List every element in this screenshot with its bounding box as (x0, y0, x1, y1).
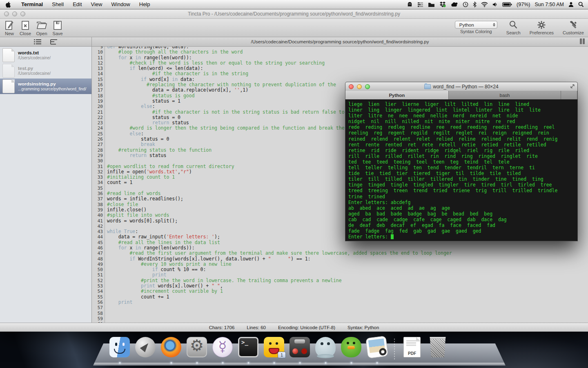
resize-icon[interactable] (570, 84, 575, 89)
dock-item-finder[interactable] (109, 337, 130, 357)
terminal-line: liner ling linger lingered lint lintel l… (348, 107, 575, 113)
dock-badge: 1 (278, 352, 286, 358)
tab-stub[interactable] (561, 91, 577, 99)
dock-item-yahoo-messenger[interactable]: 1 (264, 337, 284, 357)
preview-icon (365, 336, 388, 359)
save-button[interactable]: Save (52, 20, 63, 36)
syntax-coloring-select[interactable]: Python (455, 21, 497, 29)
code-line-53: 53 print words[x].lower() + " ", (92, 283, 588, 289)
terminal-line: tell teller telling ten tend tender tend… (348, 165, 575, 171)
cloud-icon[interactable] (450, 2, 458, 7)
line-number: 35 (92, 186, 105, 191)
line-number: 37 (92, 196, 105, 202)
dock-item-binoculars[interactable] (290, 337, 310, 357)
new-button[interactable]: New (4, 20, 15, 36)
menu-edit[interactable]: Edit (68, 1, 86, 7)
list-view-icon[interactable] (34, 39, 41, 45)
terminal-icon (238, 337, 258, 357)
cyberduck-icon (341, 337, 361, 357)
apple-menu-icon[interactable] (5, 1, 11, 8)
sidebar-file-words.txt[interactable]: words.txt/Users/codecaine/ (0, 47, 91, 63)
terminal-line: ted tee teed teeing teel teen teg teind … (348, 159, 575, 165)
dock-item-cyberduck[interactable] (341, 337, 361, 357)
preferences-button[interactable]: Preferences (530, 20, 554, 35)
line-number: 43 (92, 229, 105, 234)
running-indicator (170, 362, 172, 364)
battery-icon[interactable] (502, 2, 512, 7)
line-number: 47 (92, 251, 105, 256)
bluetooth-icon[interactable] (473, 2, 477, 7)
code-line-14: 14 #if the character is in the string (92, 71, 588, 76)
menu-window[interactable]: Window (107, 1, 135, 7)
line-number: 57 (92, 305, 105, 310)
sidebar-header (0, 37, 92, 46)
wifi-icon[interactable] (481, 2, 488, 7)
sidebar-file-test.py[interactable]: test.py/Users/codecaine/ (0, 63, 91, 79)
line-number: 48 (92, 256, 105, 262)
menu-terminal[interactable]: Terminal (17, 1, 47, 7)
file-sidebar: words.txt/Users/codecaine/test.py/Users/… (0, 47, 92, 323)
folder-menu-icon[interactable] (428, 2, 435, 7)
customize-button[interactable]: Customize (563, 20, 584, 35)
line-number: 24 (92, 126, 105, 131)
dock-item-trash[interactable] (428, 337, 448, 357)
dock-item-system-preferences[interactable] (187, 337, 207, 357)
proxy-folder-icon[interactable] (424, 84, 431, 89)
panes-toggle-icon[interactable] (580, 38, 585, 44)
dock-item-launchpad[interactable] (135, 337, 156, 357)
menu-items: TerminalShellEditViewWindowHelp (17, 0, 155, 9)
tincta-titlebar[interactable]: Tincta Pro - /Users/codecaine/Documents/… (0, 9, 588, 19)
search-button[interactable]: Search (506, 20, 521, 35)
time-machine-icon[interactable] (463, 2, 468, 7)
tab-bash[interactable]: bash (449, 91, 561, 99)
dock-item-preview[interactable] (367, 337, 387, 357)
code-line-13: 13 if len(word) <= len(data): (92, 66, 588, 71)
line-number: 36 (92, 191, 105, 196)
dock-item-octopus[interactable] (315, 337, 336, 357)
code-line-51: 51 print (92, 272, 588, 278)
running-indicator (222, 362, 224, 364)
file-name: test.py (18, 66, 51, 71)
line-number: 38 (92, 202, 105, 207)
close-button[interactable]: Close (20, 20, 31, 36)
spotlight-icon[interactable] (578, 2, 584, 7)
menu-view[interactable]: View (87, 1, 107, 7)
terminal-titlebar[interactable]: word_find — Python — 80×24 (345, 82, 578, 91)
line-number: 13 (92, 66, 105, 71)
line-number: 10 (92, 49, 105, 55)
line-number: 58 (92, 311, 105, 316)
terminal-cursor (391, 234, 394, 239)
line-number: 17 (92, 88, 105, 93)
ghost-app-icon[interactable] (407, 2, 413, 8)
open-button[interactable]: Open (36, 20, 47, 36)
dock-item-pdf-document[interactable]: PDF (402, 337, 422, 357)
status-item: Lines: 60 (247, 325, 266, 330)
binoculars-icon (290, 337, 310, 357)
gear-icon (537, 20, 546, 30)
code-line-52: 52 #print the the word in lowercase. The… (92, 278, 588, 283)
sidebar-file-wordsinstring.py[interactable]: wordsinstring.py...gramming source/pytho… (0, 79, 91, 94)
dock-item-terminal[interactable] (238, 337, 258, 357)
terminal-screen[interactable]: liege lien lier lierne liger lilt lilted… (345, 99, 578, 241)
line-number: 41 (92, 218, 105, 224)
system-preferences-icon (187, 337, 207, 357)
menu-shell[interactable]: Shell (47, 1, 68, 7)
dropbox-icon[interactable] (439, 2, 446, 7)
tab-python[interactable]: Python (345, 91, 449, 99)
document-icon (2, 48, 15, 62)
code-line-47: 47 #read the first user argument from th… (92, 251, 588, 256)
document-icon (2, 64, 15, 78)
terminal-line: Enter letters: (348, 234, 575, 240)
menu-help[interactable]: Help (135, 1, 155, 7)
volume-icon[interactable] (492, 2, 498, 7)
outline-view-icon[interactable] (50, 39, 58, 45)
file-name: words.txt (18, 50, 51, 56)
octopus-icon (315, 337, 336, 357)
fast-user-switching-icon[interactable] (568, 2, 574, 7)
dock-item-mercury[interactable] (212, 337, 233, 357)
line-number: 22 (92, 115, 105, 120)
line-number: 30 (92, 158, 105, 164)
dock-item-firefox[interactable] (161, 337, 181, 357)
menu-clock[interactable]: Sun 7:50 AM (535, 2, 564, 7)
istat-rows-icon[interactable] (417, 2, 423, 7)
